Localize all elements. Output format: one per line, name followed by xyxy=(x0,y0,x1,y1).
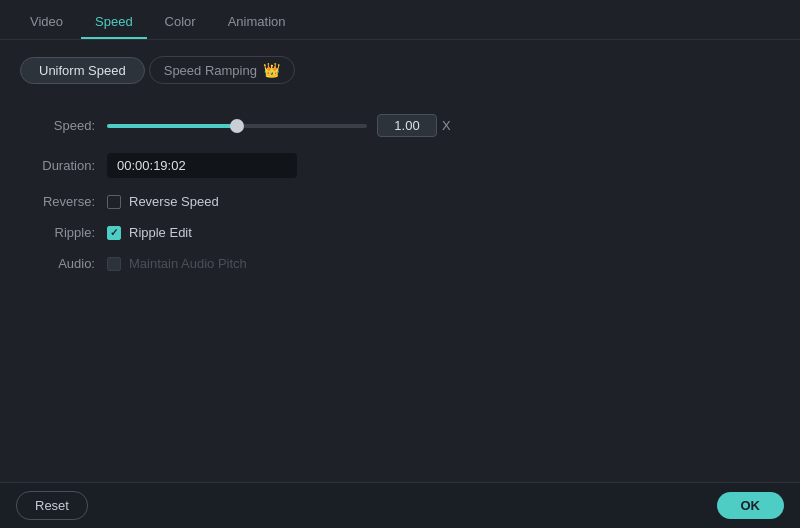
top-nav: Video Speed Color Animation xyxy=(0,0,800,40)
speed-slider-track[interactable] xyxy=(107,124,367,128)
ripple-row: Ripple: Ripple Edit xyxy=(20,225,780,240)
reset-button[interactable]: Reset xyxy=(16,491,88,520)
reverse-checkbox-group: Reverse Speed xyxy=(107,194,219,209)
tab-speed[interactable]: Speed xyxy=(81,8,147,39)
audio-checkbox-label: Maintain Audio Pitch xyxy=(129,256,247,271)
ripple-checkbox-label: Ripple Edit xyxy=(129,225,192,240)
duration-input[interactable] xyxy=(107,153,297,178)
duration-row: Duration: xyxy=(20,153,780,178)
duration-label: Duration: xyxy=(20,158,95,173)
audio-checkbox-group: Maintain Audio Pitch xyxy=(107,256,247,271)
reverse-label: Reverse: xyxy=(20,194,95,209)
speed-row: Speed: X xyxy=(20,114,780,137)
content-area: Uniform Speed Speed Ramping 👑 Speed: X xyxy=(0,40,800,482)
sub-tabs-row: Uniform Speed Speed Ramping 👑 xyxy=(20,56,780,84)
ok-button[interactable]: OK xyxy=(717,492,785,519)
speed-slider-fill xyxy=(107,124,237,128)
crown-icon: 👑 xyxy=(263,62,280,78)
bottom-bar: Reset OK xyxy=(0,482,800,528)
speed-value-input[interactable] xyxy=(377,114,437,137)
subtab-uniform[interactable]: Uniform Speed xyxy=(20,57,145,84)
ripple-checkbox-group: Ripple Edit xyxy=(107,225,192,240)
reverse-checkbox[interactable] xyxy=(107,195,121,209)
reverse-row: Reverse: Reverse Speed xyxy=(20,194,780,209)
tab-animation[interactable]: Animation xyxy=(214,8,300,39)
audio-row: Audio: Maintain Audio Pitch xyxy=(20,256,780,271)
reverse-checkbox-label: Reverse Speed xyxy=(129,194,219,209)
tab-color[interactable]: Color xyxy=(151,8,210,39)
speed-slider-thumb[interactable] xyxy=(230,119,244,133)
speed-label: Speed: xyxy=(20,118,95,133)
speed-slider-container: X xyxy=(107,114,780,137)
tab-video[interactable]: Video xyxy=(16,8,77,39)
ripple-label: Ripple: xyxy=(20,225,95,240)
subtab-speed-ramp[interactable]: Speed Ramping 👑 xyxy=(149,56,295,84)
audio-checkbox[interactable] xyxy=(107,257,121,271)
subtab-ramp-label: Speed Ramping xyxy=(164,63,257,78)
audio-label: Audio: xyxy=(20,256,95,271)
speed-input-wrap: X xyxy=(377,114,451,137)
ripple-checkbox[interactable] xyxy=(107,226,121,240)
form-section: Speed: X Duration: Reverse: Reve xyxy=(20,104,780,281)
speed-x-label: X xyxy=(442,118,451,133)
